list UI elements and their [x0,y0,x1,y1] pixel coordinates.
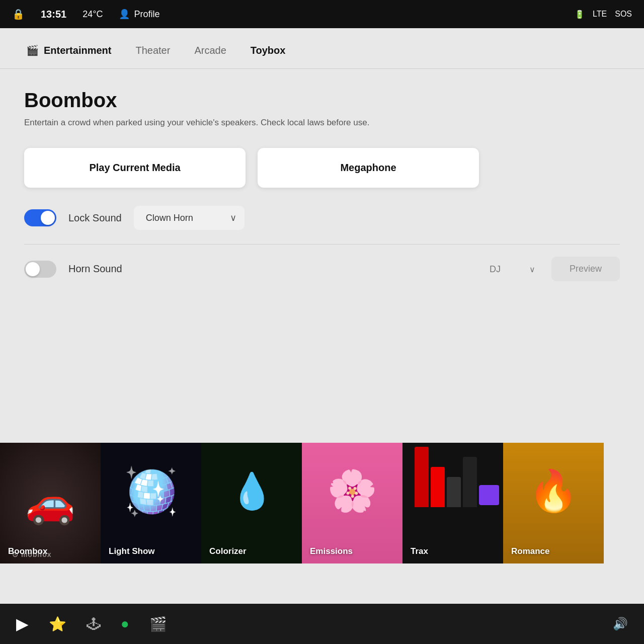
volume-icon: 🔊 [613,617,628,631]
status-bar: 🔒 13:51 24°C 👤 Profile 🔋 LTE SOS [0,0,644,28]
colorizer-card-label: Colorizer [209,546,247,556]
watermark: ⊙ mobilox [12,550,52,558]
tab-arcade[interactable]: Arcade [192,41,228,60]
app-card-romance[interactable]: 🔥 Romance [503,443,604,564]
play-current-media-button[interactable]: Play Current Media [24,148,246,188]
app-tray: 🚗 Boombox 🪩 Light Show 💧 Colorizer 🌸 Emi… [0,443,644,564]
content-body: Boombox Entertain a crowd when parked us… [0,69,644,315]
media-icon[interactable]: 🎬 [149,616,167,632]
star-icon[interactable]: ⭐ [49,616,66,632]
horn-sound-label: Horn Sound [68,263,122,275]
status-time: 13:51 [41,9,66,20]
main-content: 🎬 Entertainment Theater Arcade Toybox Bo… [0,28,644,604]
profile-label: Profile [134,9,159,20]
horn-sound-row: Horn Sound DJ Default Custom ∨ Preview [24,244,620,281]
emissions-icon: 🌸 [302,443,403,539]
entertainment-icon: 🎬 [26,44,39,56]
boombox-bg: 🚗 [0,443,101,564]
taskbar: ▶ ⭐ 🕹 ● 🎬 🔊 [0,604,644,644]
tab-entertainment[interactable]: 🎬 Entertainment [24,40,113,60]
trax-visual [403,443,503,539]
horn-left: Horn Sound [24,261,122,278]
tab-bar: 🎬 Entertainment Theater Arcade Toybox [0,28,644,69]
status-profile[interactable]: 👤 Profile [119,9,159,20]
profile-icon: 👤 [119,9,130,20]
colorizer-icon: 💧 [201,443,302,539]
game-icon[interactable]: 🕹 [87,616,101,632]
spotify-icon[interactable]: ● [121,616,129,632]
lightshow-bg: 🪩 [101,443,201,564]
lock-sound-toggle[interactable] [24,209,56,226]
horn-toggle-knob [26,262,40,276]
trax-card-label: Trax [411,546,428,556]
romance-icon: 🔥 [503,443,604,539]
horn-dropdown-wrapper: DJ Default Custom ∨ [486,257,539,281]
colorizer-bg: 💧 [201,443,302,564]
tab-toybox[interactable]: Toybox [249,41,288,60]
emissions-card-label: Emissions [310,546,353,556]
romance-card-label: Romance [511,546,550,556]
lock-sound-dropdown-wrapper: Clown Horn Default Fart Marching Band ∨ [134,206,245,230]
signal-label: LTE [593,10,607,19]
page-subtitle: Entertain a crowd when parked using your… [24,118,477,128]
horn-sound-toggle[interactable] [24,261,56,278]
app-card-trax[interactable]: Trax [403,443,503,564]
horn-sound-dropdown[interactable]: DJ Default Custom [486,257,539,281]
app-card-lightshow[interactable]: 🪩 Light Show [101,443,201,564]
buttons-row: Play Current Media Megaphone [24,148,620,188]
disco-ball-icon: 🪩 [101,443,201,539]
boombox-car-icon: 🚗 [0,443,101,564]
lock-sound-dropdown[interactable]: Clown Horn Default Fart Marching Band [134,206,245,230]
status-temp: 24°C [83,9,103,20]
emissions-bg: 🌸 [302,443,403,564]
tab-theater[interactable]: Theater [133,41,172,60]
app-card-boombox[interactable]: 🚗 Boombox [0,443,101,564]
lightshow-card-label: Light Show [109,546,155,556]
romance-bg: 🔥 [503,443,604,564]
app-card-emissions[interactable]: 🌸 Emissions [302,443,403,564]
lock-sound-row: Lock Sound Clown Horn Default Fart March… [24,206,620,230]
lock-sound-label: Lock Sound [68,212,122,224]
volume-control[interactable]: 🔊 [613,617,628,631]
page-title: Boombox [24,89,620,112]
preview-button[interactable]: Preview [551,257,620,281]
battery-icon: 🔋 [575,10,585,19]
play-button[interactable]: ▶ [16,614,29,633]
app-card-colorizer[interactable]: 💧 Colorizer [201,443,302,564]
trax-bg [403,443,503,564]
lock-icon: 🔒 [12,8,25,20]
toggle-knob [41,211,55,225]
megaphone-button[interactable]: Megaphone [258,148,479,188]
sos-label: SOS [615,10,632,19]
